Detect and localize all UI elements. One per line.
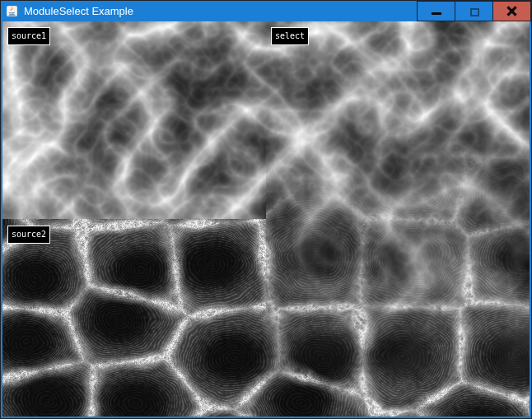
close-button[interactable] xyxy=(492,1,531,21)
caption-buttons xyxy=(418,1,531,21)
label-select: select xyxy=(271,27,309,45)
client-area: source1 select source2 xyxy=(2,21,530,417)
noise-render-canvas xyxy=(2,21,530,417)
close-icon xyxy=(493,2,530,21)
minimize-icon xyxy=(432,12,441,15)
java-coffee-cup-icon xyxy=(7,6,17,16)
maximize-button[interactable] xyxy=(455,1,493,21)
label-source1: source1 xyxy=(7,27,50,45)
label-source2: source2 xyxy=(7,226,50,244)
minimize-button[interactable] xyxy=(417,1,455,21)
titlebar[interactable]: ModuleSelect Example xyxy=(1,1,531,21)
window-title: ModuleSelect Example xyxy=(24,1,133,21)
maximize-icon xyxy=(470,8,479,16)
app-window: ModuleSelect Example source1 select sour… xyxy=(0,0,532,419)
